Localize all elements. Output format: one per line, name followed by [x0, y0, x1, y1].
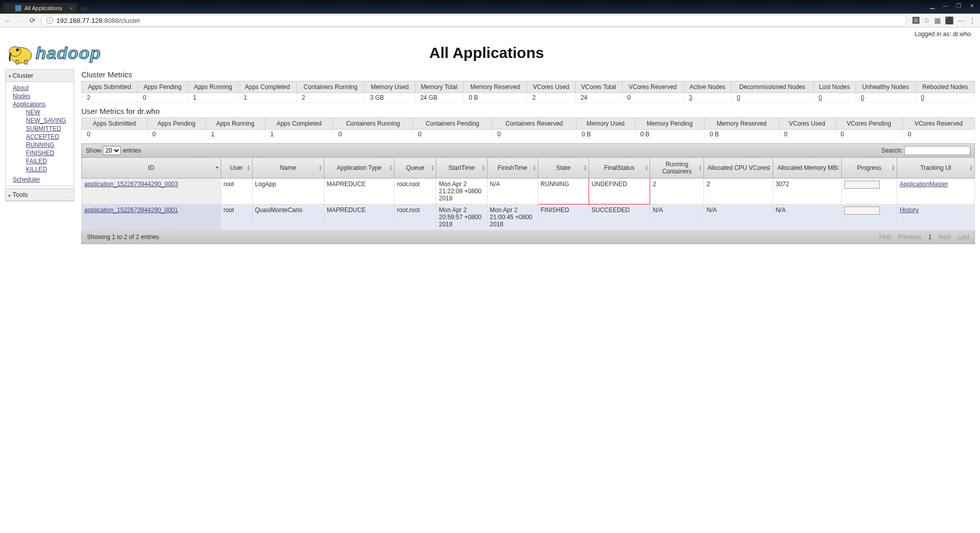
col-rc[interactable]: Running Containers▲▼ — [650, 158, 704, 179]
col-prog[interactable]: Progress▲▼ — [842, 158, 897, 179]
hadoop-logo[interactable]: hadoop — [6, 41, 101, 65]
cm-h-apps-pending[interactable]: Apps Pending — [138, 81, 188, 93]
col-id[interactable]: ID▼ — [82, 158, 221, 179]
um-h-containers-pending[interactable]: Containers Pending — [413, 118, 492, 130]
um-h-vcores-pending[interactable]: VCores Pending — [835, 118, 902, 130]
page-1[interactable]: 1 — [928, 233, 932, 241]
new-tab-button[interactable]: ▱ — [77, 4, 91, 13]
main-content: Cluster Metrics Apps Submitted Apps Pend… — [81, 69, 975, 244]
reload-icon[interactable]: ⟳ — [29, 16, 36, 24]
translate-icon[interactable]: 🅰 — [912, 16, 920, 24]
search-input[interactable] — [904, 146, 970, 155]
cm-h-memory-total[interactable]: Memory Total — [415, 81, 464, 93]
col-queue[interactable]: Queue▲▼ — [394, 158, 436, 179]
sidebar-item-new[interactable]: NEW — [6, 108, 74, 116]
cm-h-memory-used[interactable]: Memory Used — [364, 81, 415, 93]
page-prev[interactable]: Previous — [898, 233, 922, 241]
um-h-memory-pending[interactable]: Memory Pending — [635, 118, 705, 130]
um-h-containers-running[interactable]: Containers Running — [333, 118, 413, 130]
progress-bar — [844, 181, 880, 189]
um-h-vcores-reserved[interactable]: VCores Reserved — [903, 118, 975, 130]
cm-h-decommissioned-nodes[interactable]: Decommissioned Nodes — [731, 81, 813, 93]
col-start[interactable]: StartTime▲▼ — [436, 158, 487, 179]
tracking-link[interactable]: ApplicationMaster — [900, 181, 948, 188]
cm-h-apps-completed[interactable]: Apps Completed — [238, 81, 297, 93]
cm-h-active-nodes[interactable]: Active Nodes — [684, 81, 731, 93]
sidebar-item-accepted[interactable]: ACCEPTED — [6, 133, 74, 141]
sidebar-item-finished[interactable]: FINISHED — [6, 149, 74, 157]
cm-h-apps-submitted[interactable]: Apps Submitted — [82, 81, 138, 93]
browser-tab[interactable]: All Applications × — [3, 3, 77, 13]
um-h-apps-completed[interactable]: Apps Completed — [265, 118, 333, 130]
cm-h-containers-running[interactable]: Containers Running — [296, 81, 364, 93]
sort-icon: ▲▼ — [533, 165, 536, 171]
minimize-icon[interactable]: ▁ — [926, 1, 938, 10]
sidebar-item-nodes[interactable]: Nodes — [6, 92, 74, 100]
um-h-apps-pending[interactable]: Apps Pending — [147, 118, 206, 130]
um-h-containers-reserved[interactable]: Containers Reserved — [492, 118, 576, 130]
cm-unhealthy-nodes: 0 — [855, 93, 915, 103]
extension-icon[interactable]: ▦ — [934, 16, 941, 24]
sidebar-item-about[interactable]: About — [6, 84, 74, 92]
sidebar-item-failed[interactable]: FAILED — [6, 157, 74, 165]
site-info-icon[interactable]: i — [46, 17, 53, 24]
col-type[interactable]: Application Type▲▼ — [324, 158, 394, 179]
maximize-icon[interactable]: ❐ — [953, 1, 965, 10]
sidebar-cluster-header[interactable]: Cluster — [6, 70, 74, 82]
sidebar-item-running[interactable]: RUNNING — [6, 141, 74, 149]
back-icon[interactable]: ← — [4, 16, 12, 25]
close-icon[interactable]: ✕ — [966, 1, 978, 10]
bookmark-icon[interactable]: ☆ — [924, 16, 930, 24]
cm-h-memory-reserved[interactable]: Memory Reserved — [464, 81, 527, 93]
um-h-apps-submitted[interactable]: Apps Submitted — [82, 118, 147, 130]
cm-h-rebooted-nodes[interactable]: Rebooted Nodes — [915, 81, 974, 93]
cm-h-apps-running[interactable]: Apps Running — [188, 81, 238, 93]
cm-h-unhealthy-nodes[interactable]: Unhealthy Nodes — [855, 81, 915, 93]
page-next[interactable]: Next — [938, 233, 951, 241]
application-id-link[interactable]: application_1522673944290_0001 — [84, 206, 178, 214]
cell-type: MAPREDUCE — [324, 179, 394, 204]
um-h-memory-used[interactable]: Memory Used — [576, 118, 635, 130]
address-bar[interactable]: i 192.168.77.128:8088/cluster — [41, 15, 907, 26]
page-last[interactable]: Last — [958, 233, 969, 241]
page-first[interactable]: First — [879, 233, 891, 241]
cell-state: RUNNING — [538, 179, 589, 204]
um-h-memory-reserved[interactable]: Memory Reserved — [705, 118, 779, 130]
col-fstatus[interactable]: FinalStatus▲▼ — [589, 158, 650, 179]
minimize-icon[interactable]: — — [939, 1, 952, 10]
active-nodes-link[interactable]: 3 — [689, 94, 692, 101]
menu-icon[interactable]: ⋮ — [969, 16, 976, 24]
datatable-footer: Showing 1 to 2 of 2 entries First Previo… — [81, 230, 975, 244]
cm-h-lost-nodes[interactable]: Lost Nodes — [813, 81, 855, 93]
cm-rebooted-nodes: 0 — [915, 93, 974, 103]
col-user[interactable]: User▲▼ — [221, 158, 252, 179]
close-icon[interactable]: × — [69, 5, 73, 12]
col-finish[interactable]: FinishTime▲▼ — [487, 158, 538, 179]
cm-h-vcores-total[interactable]: VCores Total — [575, 81, 622, 93]
tracking-link[interactable]: History — [900, 206, 918, 214]
col-name[interactable]: Name▲▼ — [252, 158, 324, 179]
rebooted-nodes-link[interactable]: 0 — [921, 94, 925, 101]
application-id-link[interactable]: application_1522673944290_0003 — [84, 181, 178, 188]
sidebar-item-killed[interactable]: KILLED — [6, 165, 74, 173]
unhealthy-nodes-link[interactable]: 0 — [861, 94, 865, 101]
col-track[interactable]: Tracking UI▲▼ — [897, 158, 974, 179]
col-mem[interactable]: Allocated Memory MB▲▼ — [773, 158, 841, 179]
lost-nodes-link[interactable]: 0 — [819, 94, 822, 101]
sidebar-item-scheduler[interactable]: Scheduler — [6, 175, 74, 184]
col-state[interactable]: State▲▼ — [538, 158, 589, 179]
col-cpu[interactable]: Allocated CPU VCores▲▼ — [704, 158, 773, 179]
sidebar-item-submitted[interactable]: SUBMITTED — [6, 125, 74, 133]
sidebar-tools-header[interactable]: Tools — [6, 189, 74, 201]
cm-h-vcores-used[interactable]: VCores Used — [527, 81, 575, 93]
um-h-vcores-used[interactable]: VCores Used — [779, 118, 835, 130]
sidebar-item-applications[interactable]: Applications — [6, 100, 74, 108]
decommissioned-nodes-link[interactable]: 0 — [737, 94, 740, 101]
extension-icon[interactable]: ⬛ — [945, 16, 954, 24]
page-size-select[interactable]: 20 — [103, 146, 121, 155]
cm-h-vcores-reserved[interactable]: VCores Reserved — [622, 81, 683, 93]
cluster-metrics-table: Apps Submitted Apps Pending Apps Running… — [81, 81, 975, 103]
extension-icon[interactable]: — — [958, 16, 965, 24]
sidebar-item-new-saving[interactable]: NEW_SAVING — [6, 116, 74, 125]
um-h-apps-running[interactable]: Apps Running — [206, 118, 265, 130]
